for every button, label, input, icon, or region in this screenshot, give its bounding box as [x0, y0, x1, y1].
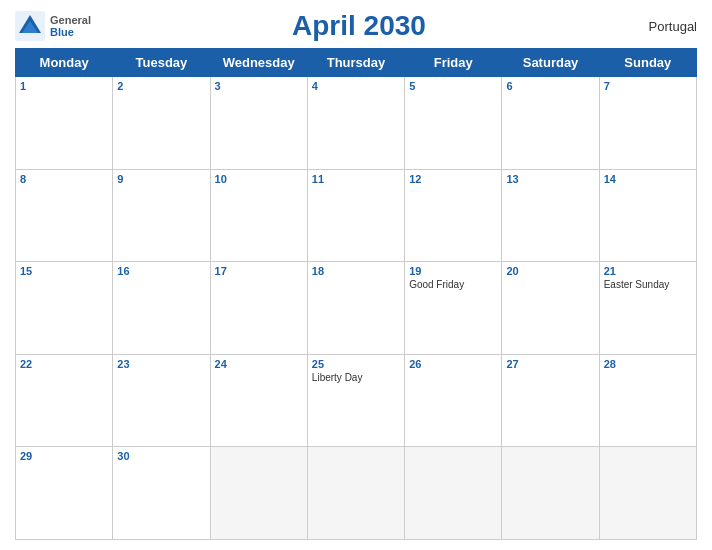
calendar-cell: 3 [210, 77, 307, 170]
day-number: 6 [506, 80, 594, 92]
day-number: 26 [409, 358, 497, 370]
calendar-cell: 20 [502, 262, 599, 355]
calendar-cell: 4 [307, 77, 404, 170]
day-number: 3 [215, 80, 303, 92]
holiday-name: Good Friday [409, 279, 497, 290]
day-number: 16 [117, 265, 205, 277]
day-number: 15 [20, 265, 108, 277]
calendar-title: April 2030 [91, 10, 627, 42]
calendar-cell [210, 447, 307, 540]
logo-general-text: General [50, 14, 91, 26]
calendar-cell: 19Good Friday [405, 262, 502, 355]
logo: General Blue [15, 11, 91, 41]
calendar-cell: 28 [599, 354, 696, 447]
calendar-cell: 27 [502, 354, 599, 447]
calendar-cell: 10 [210, 169, 307, 262]
day-number: 24 [215, 358, 303, 370]
calendar-week-row: 1234567 [16, 77, 697, 170]
calendar-table: Monday Tuesday Wednesday Thursday Friday… [15, 48, 697, 540]
day-number: 18 [312, 265, 400, 277]
day-number: 28 [604, 358, 692, 370]
day-number: 7 [604, 80, 692, 92]
calendar-cell [307, 447, 404, 540]
day-number: 20 [506, 265, 594, 277]
weekday-header-row: Monday Tuesday Wednesday Thursday Friday… [16, 49, 697, 77]
calendar-cell: 22 [16, 354, 113, 447]
header-sunday: Sunday [599, 49, 696, 77]
day-number: 22 [20, 358, 108, 370]
day-number: 23 [117, 358, 205, 370]
logo-text: General Blue [50, 14, 91, 38]
header-monday: Monday [16, 49, 113, 77]
day-number: 14 [604, 173, 692, 185]
holiday-name: Easter Sunday [604, 279, 692, 290]
holiday-name: Liberty Day [312, 372, 400, 383]
calendar-cell: 2 [113, 77, 210, 170]
day-number: 10 [215, 173, 303, 185]
calendar-cell: 18 [307, 262, 404, 355]
calendar-cell: 17 [210, 262, 307, 355]
logo-icon [15, 11, 45, 41]
calendar-cell: 9 [113, 169, 210, 262]
calendar-cell: 8 [16, 169, 113, 262]
calendar-cell: 11 [307, 169, 404, 262]
day-number: 8 [20, 173, 108, 185]
day-number: 25 [312, 358, 400, 370]
calendar-cell: 26 [405, 354, 502, 447]
logo-blue-text: Blue [50, 26, 91, 38]
header-tuesday: Tuesday [113, 49, 210, 77]
day-number: 4 [312, 80, 400, 92]
calendar-week-row: 891011121314 [16, 169, 697, 262]
day-number: 29 [20, 450, 108, 462]
header-saturday: Saturday [502, 49, 599, 77]
header-friday: Friday [405, 49, 502, 77]
calendar-cell: 15 [16, 262, 113, 355]
calendar-cell: 6 [502, 77, 599, 170]
day-number: 17 [215, 265, 303, 277]
day-number: 2 [117, 80, 205, 92]
country-label: Portugal [627, 19, 697, 34]
calendar-cell: 21Easter Sunday [599, 262, 696, 355]
header-thursday: Thursday [307, 49, 404, 77]
calendar-cell: 7 [599, 77, 696, 170]
calendar-cell: 25Liberty Day [307, 354, 404, 447]
calendar-week-row: 1516171819Good Friday2021Easter Sunday [16, 262, 697, 355]
day-number: 9 [117, 173, 205, 185]
calendar-cell: 29 [16, 447, 113, 540]
calendar-cell: 24 [210, 354, 307, 447]
day-number: 1 [20, 80, 108, 92]
calendar-cell: 12 [405, 169, 502, 262]
calendar-cell: 13 [502, 169, 599, 262]
day-number: 5 [409, 80, 497, 92]
calendar-cell: 23 [113, 354, 210, 447]
day-number: 30 [117, 450, 205, 462]
header-wednesday: Wednesday [210, 49, 307, 77]
day-number: 27 [506, 358, 594, 370]
calendar-week-row: 2930 [16, 447, 697, 540]
calendar-cell [502, 447, 599, 540]
calendar-cell [599, 447, 696, 540]
calendar-cell: 16 [113, 262, 210, 355]
day-number: 11 [312, 173, 400, 185]
calendar-week-row: 22232425Liberty Day262728 [16, 354, 697, 447]
calendar-cell [405, 447, 502, 540]
calendar-cell: 14 [599, 169, 696, 262]
calendar-header: General Blue April 2030 Portugal [15, 10, 697, 42]
calendar-cell: 1 [16, 77, 113, 170]
day-number: 19 [409, 265, 497, 277]
day-number: 13 [506, 173, 594, 185]
day-number: 12 [409, 173, 497, 185]
calendar-cell: 5 [405, 77, 502, 170]
calendar-cell: 30 [113, 447, 210, 540]
day-number: 21 [604, 265, 692, 277]
